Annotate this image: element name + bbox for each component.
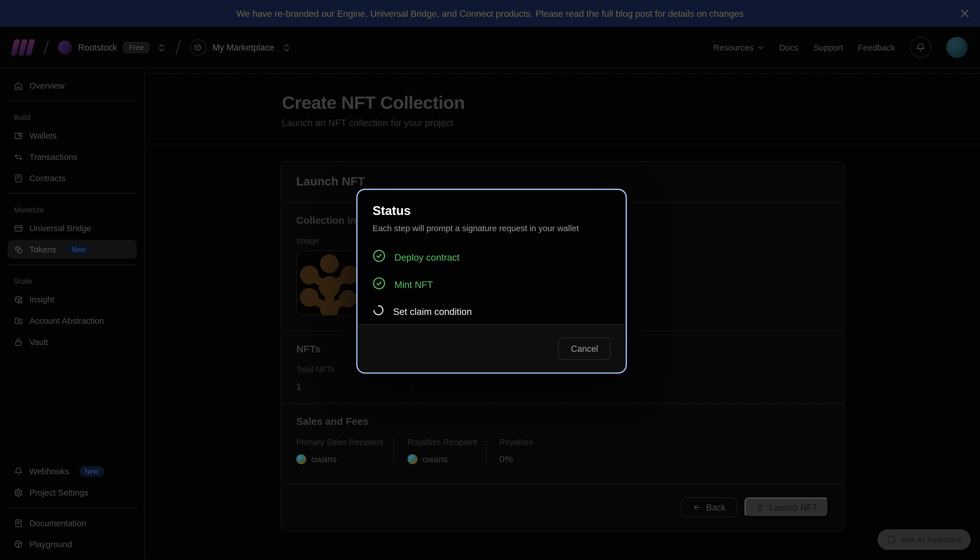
primary-sales-recipient: owans [296,454,394,464]
sidebar-section-scale: Scale [13,277,130,286]
sidebar-item-label: Playground [29,540,72,549]
sidebar-item-label: Tokens [29,245,56,254]
nav-support[interactable]: Support [813,43,843,52]
nav-resources[interactable]: Resources [713,43,764,52]
close-icon[interactable] [958,7,971,20]
sidebar-item-documentation[interactable]: Documentation [7,514,137,532]
chat-bubble-icon [887,535,896,544]
launch-nft-button[interactable]: Launch NFT [744,497,828,517]
project-switcher-chevrons-icon[interactable] [282,43,291,52]
spinner-icon [372,304,384,318]
team-avatar [58,41,72,54]
recipient-avatar [296,454,306,464]
team-switcher-chevrons-icon[interactable] [157,43,166,52]
modal-title: Status [372,203,610,218]
lock-icon [13,337,23,347]
page-header: Create NFT Collection Launch an NFT coll… [145,74,980,128]
sidebar-item-label: Contracts [29,173,65,183]
sidebar-item-label: Webhooks [29,467,69,476]
total-nfts-value: 1 [296,381,398,392]
cancel-button[interactable]: Cancel [558,337,611,360]
step-label: Set claim condition [393,306,472,317]
primary-sales-recipient-value: owans [311,454,337,464]
sidebar-item-transactions[interactable]: Transactions [7,147,137,166]
sidebar-item-vault[interactable]: Vault [7,333,137,351]
bridge-card-icon [13,223,23,233]
status-modal: Status Each step will prompt a signature… [356,188,627,373]
bell-icon [13,467,23,476]
card-footer: Back Launch NFT [281,483,843,531]
sidebar-item-label: Wallets [29,131,57,140]
sidebar-item-tokens[interactable]: Tokens New [7,240,137,259]
sidebar-item-label: Universal Bridge [29,223,91,233]
page-subtitle: Launch an NFT collection for your projec… [282,118,980,128]
step-set-claim-condition: Set claim condition [372,304,610,318]
home-icon [13,81,23,90]
check-circle-icon [372,249,385,264]
box-search-icon [13,295,23,304]
recipient-avatar [408,454,418,464]
contract-doc-icon [13,173,23,183]
new-badge: New [66,244,91,255]
team-name[interactable]: Rootstock [78,43,117,53]
primary-sales-recipient-label: Primary Sales Recipient [296,437,394,447]
divider [7,193,137,194]
step-label: Mint NFT [394,279,433,289]
sidebar-item-contracts[interactable]: Contracts [7,169,137,187]
divider [7,100,137,101]
announcement-text: We have re-branded our Engine, Universal… [236,8,743,18]
new-badge: New [79,466,104,476]
sidebar-item-label: Account Abstraction [29,316,104,325]
project-name[interactable]: My Marketplace [212,43,274,53]
app-window: We have re-branded our Engine, Universal… [0,0,980,560]
upload-icon [756,503,764,512]
sidebar-item-project-settings[interactable]: Project Settings [7,483,137,502]
notifications-button[interactable] [910,37,932,58]
project-cube-icon [190,40,206,56]
step-mint-nft: Mint NFT [372,277,610,292]
sidebar-item-label: Overview [29,81,65,90]
nav-docs[interactable]: Docs [779,43,798,52]
sidebar-item-label: Documentation [29,518,86,528]
ask-ai-assistant-button[interactable]: Ask AI Assistant [877,529,971,550]
sidebar-bottom-group: Webhooks New Project Settings Documentat… [7,462,137,553]
gear-icon [13,488,23,497]
sidebar-item-insight[interactable]: Insight [7,290,137,309]
sidebar-item-wallets[interactable]: Wallets [7,126,137,145]
arrow-left-icon [693,503,701,512]
sidebar-item-playground[interactable]: Playground [7,535,137,553]
step-deploy-contract: Deploy contract [372,249,610,264]
sidebar-item-account-abstraction[interactable]: Account Abstraction [7,311,137,330]
breadcrumb-slash [43,40,50,55]
royalties-recipient-value: owans [422,454,448,464]
royalties-label: Royalties [499,437,533,447]
sidebar-item-webhooks[interactable]: Webhooks New [7,462,137,480]
user-avatar[interactable] [946,37,968,58]
royalties-value: 0% [499,453,533,464]
thirdweb-logo-icon[interactable] [12,40,33,56]
sales-fees-section: Sales and Fees Primary Sales Recipient o… [281,403,843,483]
sidebar-item-overview[interactable]: Overview [7,76,137,95]
sidebar-item-label: Project Settings [29,488,88,497]
sidebar-item-label: Vault [29,337,48,347]
sidebar-item-universal-bridge[interactable]: Universal Bridge [7,219,137,237]
sidebar: Overview Build Wallets Transactions Cont… [0,69,145,560]
sidebar-item-label: Transactions [29,152,77,162]
book-icon [13,518,23,528]
coins-icon [13,245,23,254]
sales-fees-heading: Sales and Fees [296,416,829,427]
cube-icon [13,540,23,549]
back-button[interactable]: Back [681,497,737,517]
announcement-banner: We have re-branded our Engine, Universal… [0,0,980,27]
nav-feedback[interactable]: Feedback [858,43,895,52]
royalties-recipient-label: Royalties Recipient [408,437,486,447]
top-header: Rootstock Free My Marketplace Resources … [0,27,980,69]
check-circle-icon [372,277,385,292]
divider [145,144,980,144]
sidebar-item-label: Insight [29,295,54,304]
modal-footer: Cancel [358,324,626,372]
modal-subtitle: Each step will prompt a signature reques… [372,224,610,233]
modal-steps: Deploy contract Mint NFT [372,249,610,318]
nft-collection-image [296,250,361,315]
divider [7,507,137,508]
